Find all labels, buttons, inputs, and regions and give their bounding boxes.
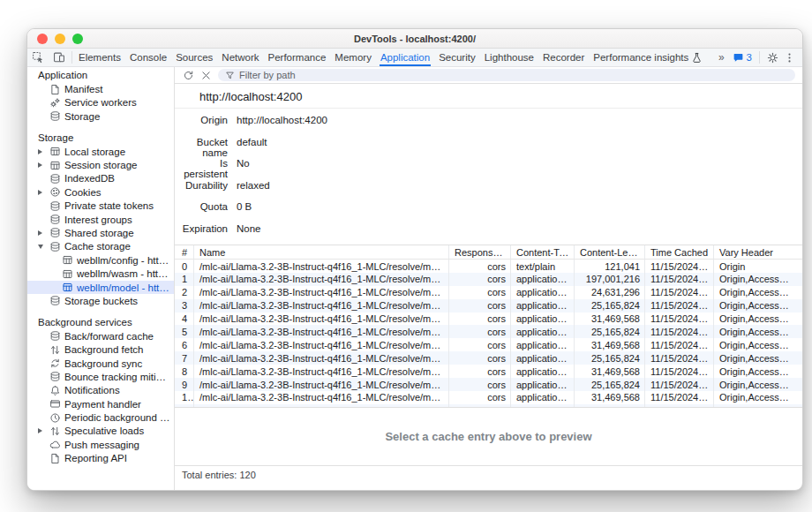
console-messages-button[interactable]: 3 [733, 52, 752, 63]
table-row[interactable]: 3/mlc-ai/Llama-3.2-3B-Instruct-q4f16_1-M… [175, 299, 802, 312]
cell-time-cached: 11/15/2024, 10… [645, 378, 714, 391]
tab-label: Console [130, 52, 167, 63]
table-row[interactable]: 5/mlc-ai/Llama-3.2-3B-Instruct-q4f16_1-M… [175, 325, 802, 338]
devtools-content: ApplicationManifestService workersStorag… [27, 67, 802, 491]
sidebar-item-notifications[interactable]: Notifications [27, 384, 174, 397]
sidebar-item-storage-buckets[interactable]: Storage buckets [27, 294, 174, 307]
table-row[interactable]: 4/mlc-ai/Llama-3.2-3B-Instruct-q4f16_1-M… [175, 312, 802, 326]
tab-performance-insights[interactable]: Performance insights [589, 49, 707, 66]
chevron-down-icon[interactable] [38, 245, 43, 249]
chevron-right-icon[interactable] [38, 230, 42, 236]
sidebar-item-payment-handler[interactable]: Payment handler [27, 397, 174, 410]
table-row[interactable]: 6/mlc-ai/Llama-3.2-3B-Instruct-q4f16_1-M… [175, 338, 802, 351]
tab-recorder[interactable]: Recorder [538, 49, 589, 66]
chevron-right-icon[interactable] [38, 149, 42, 154]
tab-application[interactable]: Application [376, 49, 434, 66]
kebab-menu-button[interactable] [784, 52, 795, 64]
sidebar-item-webllm-model[interactable]: webllm/model - http://loc… [27, 281, 174, 294]
table-row[interactable]: 2/mlc-ai/Llama-3.2-3B-Instruct-q4f16_1-M… [175, 286, 802, 299]
cell-index: 9 [175, 378, 194, 391]
sidebar-item-session-storage[interactable]: Session storage [27, 158, 174, 171]
metadata-value: No [228, 158, 250, 169]
preview-placeholder: Select a cache entry above to preview [175, 407, 802, 465]
column-header-time-cached[interactable]: Time Cached [645, 245, 714, 259]
table-row[interactable]: 9/mlc-ai/Llama-3.2-3B-Instruct-q4f16_1-M… [175, 378, 802, 391]
tab-lighthouse[interactable]: Lighthouse [480, 49, 538, 66]
sidebar-item-interest-groups[interactable]: Interest groups [27, 213, 174, 226]
column-header-content-type[interactable]: Content-Type [511, 245, 575, 259]
cell-content-type: application/oc… [511, 286, 575, 299]
sidebar-item-label: Storage [64, 111, 103, 122]
sidebar-item-back-forward-cache[interactable]: Back/forward cache [27, 329, 174, 343]
table-row[interactable]: 8/mlc-ai/Llama-3.2-3B-Instruct-q4f16_1-M… [175, 365, 802, 378]
cell-name: /mlc-ai/Llama-3.2-3B-Instruct-q4f16_1-ML… [194, 286, 449, 299]
sidebar-item-service-workers[interactable]: Service workers [27, 96, 174, 109]
tab-bar-right-controls: » 3 [716, 49, 802, 66]
tab-console[interactable]: Console [125, 49, 171, 66]
cell-content-length: 31,469,568 [575, 338, 645, 351]
metadata-value: http://localhost:4200 [228, 115, 327, 125]
column-header-content-length[interactable]: Content-Length [575, 245, 645, 259]
chevron-right-icon[interactable] [38, 190, 42, 195]
sidebar-item-private-state-tokens[interactable]: Private state tokens [27, 200, 174, 213]
tab-sources[interactable]: Sources [171, 49, 217, 66]
sidebar-item-webllm-wasm[interactable]: webllm/wasm - http://loca… [27, 267, 174, 280]
cell-response-type: cors [449, 338, 511, 351]
device-toolbar-button[interactable] [49, 49, 70, 66]
more-tabs-button[interactable]: » [716, 51, 727, 64]
tab-performance[interactable]: Performance [264, 49, 331, 66]
clear-button[interactable] [200, 70, 212, 81]
chevron-right-icon[interactable] [38, 162, 42, 168]
filter-input[interactable]: Filter by path [218, 69, 795, 81]
sidebar-item-bounce-tracking-mitigations[interactable]: Bounce tracking mitigations [27, 370, 174, 383]
table-row[interactable]: 10/mlc-ai/Llama-3.2-3B-Instruct-q4f16_1-… [175, 391, 802, 404]
inspect-element-button[interactable] [27, 49, 49, 66]
tab-elements[interactable]: Elements [74, 49, 125, 66]
cell-vary-header: Origin,Access… [714, 312, 802, 326]
table-row[interactable]: 0/mlc-ai/Llama-3.2-3B-Instruct-q4f16_1-M… [175, 260, 802, 273]
sidebar-item-shared-storage[interactable]: Shared storage [27, 226, 174, 239]
sidebar-item-local-storage[interactable]: Local storage [27, 145, 174, 158]
sidebar-item-manifest[interactable]: Manifest [27, 82, 174, 95]
cell-index: 5 [175, 325, 194, 338]
zoom-window-button[interactable] [72, 34, 83, 44]
sidebar-item-label: Shared storage [64, 228, 138, 238]
messages-count: 3 [747, 52, 752, 63]
table-row[interactable]: 7/mlc-ai/Llama-3.2-3B-Instruct-q4f16_1-M… [175, 351, 802, 365]
chevron-right-icon[interactable] [38, 428, 42, 433]
cell-response-type: cors [449, 312, 511, 326]
sidebar-item-background-sync[interactable]: Background sync [27, 357, 174, 370]
status-bar: Total entries: 120 [175, 465, 802, 491]
sidebar-item-push-messaging[interactable]: Push messaging [27, 438, 174, 451]
tab-memory[interactable]: Memory [330, 49, 376, 66]
cell-time-cached: 11/15/2024, 10… [645, 338, 714, 351]
refresh-button[interactable] [183, 70, 194, 81]
sidebar-item-webllm-config[interactable]: webllm/config - http://loc… [27, 253, 174, 267]
tab-network[interactable]: Network [217, 49, 263, 66]
sidebar-item-indexeddb[interactable]: IndexedDB [27, 172, 174, 185]
sidebar-item-reporting-api[interactable]: Reporting API [27, 452, 174, 465]
cell-name: /mlc-ai/Llama-3.2-3B-Instruct-q4f16_1-ML… [194, 325, 449, 338]
tab-security[interactable]: Security [434, 49, 480, 66]
close-window-button[interactable] [37, 34, 48, 44]
minimize-window-button[interactable] [55, 34, 65, 44]
sidebar-item-background-fetch[interactable]: Background fetch [27, 343, 174, 356]
cell-name: /mlc-ai/Llama-3.2-3B-Instruct-q4f16_1-ML… [194, 312, 449, 326]
sidebar-item-periodic-background-sync[interactable]: Periodic background sync [27, 410, 174, 424]
sidebar-item-speculative-loads[interactable]: Speculative loads [27, 425, 174, 438]
column-header-vary-header[interactable]: Vary Header [714, 245, 802, 259]
cell-content-length: 25,165,824 [575, 378, 645, 391]
cell-time-cached: 11/15/2024, 10… [645, 391, 714, 404]
table-row[interactable]: 1/mlc-ai/Llama-3.2-3B-Instruct-q4f16_1-M… [175, 273, 802, 286]
sidebar-item-storage[interactable]: Storage [27, 109, 174, 123]
sidebar-item-cookies[interactable]: Cookies [27, 185, 174, 199]
metadata-row-quota: Quota0 B [175, 201, 802, 223]
settings-gear-button[interactable] [767, 52, 778, 64]
card-icon [49, 398, 64, 410]
cell-index: 10 [175, 391, 194, 404]
sidebar-item-cache-storage[interactable]: Cache storage [27, 240, 174, 253]
column-header-response-type[interactable]: Response-Type [449, 245, 511, 259]
column-header-name[interactable]: Name [194, 245, 449, 259]
column-header-index[interactable]: # [175, 245, 194, 259]
sidebar-item-label: webllm/config - http://loc… [77, 255, 174, 266]
